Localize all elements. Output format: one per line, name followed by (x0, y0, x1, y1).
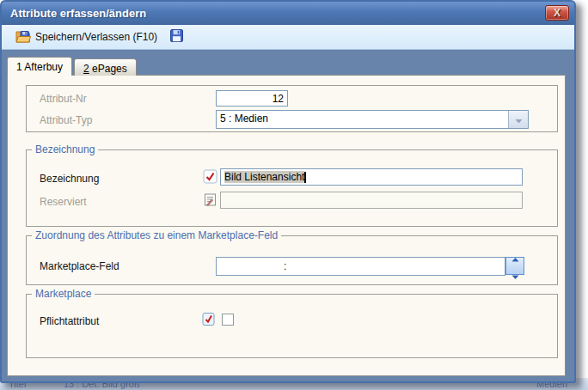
tab-epages-accel: 2 (83, 63, 89, 75)
save-exit-label: Speichern/Verlassen (F10) (35, 31, 157, 43)
attribute-dialog: Attribute erfassen/ändern X S (0, 0, 576, 383)
group-marketplace-mapping: Zuordnung des Attributes zu einem Market… (26, 235, 558, 285)
pflichtattribut-check-icon (201, 312, 216, 326)
spinner-down-icon (511, 267, 519, 283)
attribut-typ-value: 5 : Medien (217, 111, 508, 128)
attribut-typ-select[interactable]: 5 : Medien (216, 110, 529, 129)
save-button[interactable] (168, 27, 186, 46)
attribut-typ-label: Attribut-Typ (40, 114, 92, 126)
toolbar: Speichern/Verlassen (F10) (2, 25, 574, 50)
attribut-nr-input[interactable] (216, 90, 288, 107)
pflichtattribut-checkbox[interactable] (222, 314, 234, 326)
dialog-content: 1 Afterbuy 2 ePages Attribut-Nr Attribut… (2, 50, 574, 381)
group-marketplace-mapping-title: Zuordnung des Attributes zu einem Market… (32, 229, 281, 241)
tab-epages[interactable]: 2 ePages (74, 58, 137, 76)
chevron-down-icon (515, 112, 523, 127)
reserviert-form-icon (203, 192, 217, 207)
screen: Titel 13 : Det. Bild groß Medien Attribu… (0, 0, 588, 390)
reserviert-label: Reserviert (40, 196, 87, 208)
marketplace-feld-label: Marketplace-Feld (40, 260, 119, 272)
bezeichnung-value: Bild Listenansicht (224, 171, 304, 183)
text-caret (304, 172, 306, 183)
attribut-nr-label: Attribut-Nr (40, 93, 87, 105)
attribut-typ-dropdown-button[interactable] (508, 111, 528, 128)
group-marketplace-title: Marketplace (32, 288, 95, 300)
tab-afterbuy-label: 1 Afterbuy (16, 61, 63, 73)
save-exit-button[interactable]: Speichern/Verlassen (F10) (12, 27, 161, 47)
marketplace-feld-input[interactable]: : (216, 257, 505, 276)
spinner-up-icon (511, 250, 519, 265)
group-bezeichnung: Bezeichnung Bezeichnung Bild Listenansic… (26, 149, 558, 227)
marketplace-feld-value: : (284, 260, 286, 272)
marketplace-feld-spinner[interactable] (505, 257, 524, 275)
close-icon: X (554, 7, 560, 19)
dialog-title: Attribute erfassen/ändern (10, 7, 146, 20)
reserviert-input[interactable] (220, 192, 523, 209)
bezeichnung-check-icon (203, 169, 217, 184)
tab-afterbuy[interactable]: 1 Afterbuy (7, 57, 72, 76)
close-button[interactable]: X (545, 5, 569, 21)
save-exit-folder-floppy-icon (15, 29, 31, 46)
title-bar[interactable]: Attribute erfassen/ändern X (2, 2, 574, 25)
bezeichnung-input[interactable]: Bild Listenansicht (220, 168, 523, 186)
floppy-disk-icon (170, 29, 183, 45)
bezeichnung-label: Bezeichnung (40, 173, 99, 185)
tab-panel-afterbuy: Attribut-Nr Attribut-Typ 5 : Medien (7, 75, 566, 376)
tab-epages-label: ePages (89, 63, 127, 75)
group-bezeichnung-title: Bezeichnung (32, 143, 98, 155)
group-marketplace: Marketplace Pflichtattribut (26, 294, 558, 358)
pflichtattribut-label: Pflichtattribut (40, 315, 99, 327)
tab-strip: 1 Afterbuy 2 ePages (7, 57, 137, 76)
group-general: Attribut-Nr Attribut-Typ 5 : Medien (26, 85, 558, 132)
